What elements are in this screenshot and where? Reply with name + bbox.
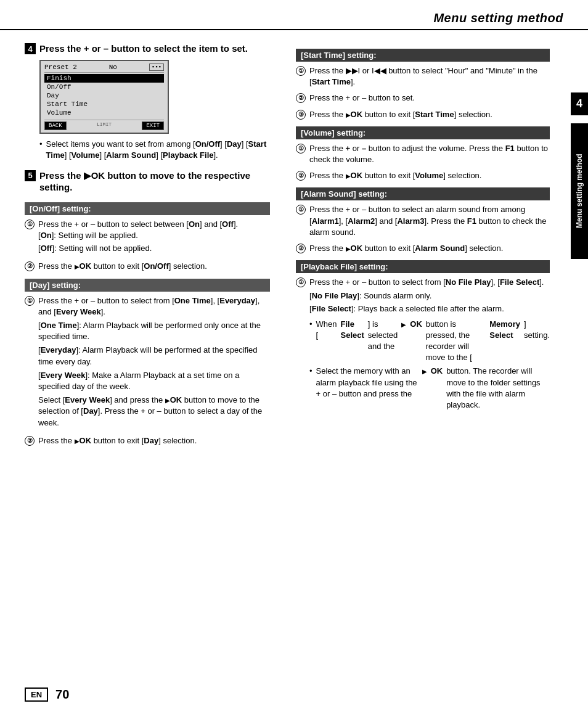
day-item-2-content: Press the OK button to exit [Day] select… (38, 435, 270, 446)
onoff-setting-header: [On/Off] setting: (25, 202, 270, 215)
onoff-item-1-text: Press the + or – button to select betwee… (38, 220, 238, 229)
alarm-sound-item-2-text: Press the OK button to exit [Alarm Sound… (309, 244, 503, 253)
screen-exit-btn: EXIT (142, 121, 164, 130)
starttime-setting-header: [Start Time] setting: (296, 49, 550, 62)
page-title: Menu setting method (0, 0, 588, 30)
screen-item-day: Day (44, 91, 164, 100)
screen-top: Preset 2 No ▪▪▪ (44, 64, 164, 73)
step-5-title: Press the ▶OK button to move to the resp… (39, 170, 270, 194)
volume-item-1-text: Press the + or – button to adjust the vo… (309, 144, 548, 164)
playback-file-select-text: [File Select]: Plays back a selected fil… (309, 303, 550, 314)
screen-preset: Preset 2 (44, 64, 77, 71)
step-4-bullet-1: Select items you want to set from among … (39, 139, 270, 161)
screen-indicator: No (109, 64, 117, 71)
volume-setting-header: [Volume] setting: (296, 126, 550, 139)
alarm-sound-circle-1: ① (296, 205, 306, 215)
onoff-setting-block: [On/Off] setting: ① Press the + or – but… (25, 202, 270, 273)
step-4-title: Press the + or – button to select the it… (39, 43, 248, 55)
screen-item-volume: Volume (44, 109, 164, 117)
starttime-item-1: ① Press the ▶▶I or I◀◀ button to select … (296, 65, 550, 88)
starttime-item-3: ③ Press the OK button to exit [Start Tim… (296, 109, 550, 120)
day-onetime-text: [One Time]: Alarm Playback will be perfo… (38, 320, 270, 342)
step-4-header: 4 Press the + or – button to select the … (25, 43, 270, 55)
step-4-bullet-text: Select items you want to set from among … (46, 139, 270, 161)
alarm-sound-setting-block: [Alarm Sound] setting: ① Press the + or … (296, 187, 550, 254)
playback-no-file-text: [No File Play]: Sounds alarm only. (309, 290, 550, 302)
screen-battery: ▪▪▪ (149, 64, 164, 71)
starttime-item-1-content: Press the ▶▶I or I◀◀ button to select "H… (309, 65, 550, 88)
day-everyweek-text: [Every Week]: Make a Alarm Playback at a… (38, 370, 270, 392)
alarm-sound-circle-2: ② (296, 244, 306, 253)
playback-file-circle-1: ① (296, 277, 306, 287)
language-badge: EN (25, 687, 48, 702)
starttime-item-2-text: Press the + or – button to set. (309, 93, 415, 102)
starttime-item-3-text: Press the OK button to exit [Start Time]… (309, 110, 492, 119)
step-5-header: 5 Press the ▶OK button to move to the re… (25, 170, 270, 194)
page-footer: EN 70 (0, 687, 588, 702)
day-item-2-text: Press the OK button to exit [Day] select… (38, 436, 197, 445)
starttime-item-2-content: Press the + or – button to set. (309, 92, 550, 104)
day-circle-1: ① (25, 296, 35, 306)
onoff-item-1-content: Press the + or – button to select betwee… (38, 219, 270, 256)
volume-item-2-content: Press the OK button to exit [Volume] sel… (309, 170, 550, 181)
playback-file-setting-header: [Playback File] setting: (296, 260, 550, 273)
playback-file-item-1-text: Press the + or – button to select from [… (309, 277, 544, 287)
starttime-item-2: ② Press the + or – button to set. (296, 92, 550, 104)
volume-item-1-content: Press the + or – button to adjust the vo… (309, 143, 550, 165)
onoff-item-2-text: Press the OK button to exit [On/Off] sel… (38, 261, 207, 271)
starttime-setting-block: [Start Time] setting: ① Press the ▶▶I or… (296, 49, 550, 120)
onoff-item-2: ② Press the OK button to exit [On/Off] s… (25, 261, 270, 272)
screen-item-finish: Finish (44, 74, 164, 83)
screen-item-onoff: On/Off (44, 83, 164, 91)
playback-bullet-2: Select the memory with an alarm playback… (309, 366, 550, 411)
day-item-1-text: Press the + or – button to select from [… (38, 296, 259, 316)
playback-file-setting-block: [Playback File] setting: ① Press the + o… (296, 260, 550, 413)
starttime-item-1-text: Press the ▶▶I or I◀◀ button to select "H… (309, 66, 537, 86)
day-item-2: ② Press the OK button to exit [Day] sele… (25, 435, 270, 446)
volume-item-2-text: Press the OK button to exit [Volume] sel… (309, 171, 481, 180)
starttime-circle-2: ② (296, 93, 306, 103)
volume-setting-block: [Volume] setting: ① Press the + or – but… (296, 126, 550, 182)
chapter-number: 4 (571, 92, 588, 115)
screen-bottom: BACK LIMIT EXIT (44, 120, 164, 130)
playback-file-item-1-content: Press the + or – button to select from [… (309, 277, 550, 413)
screen-back-btn: BACK (44, 121, 67, 130)
step-4-bullets: Select items you want to set from among … (39, 139, 270, 161)
playback-file-item-1: ① Press the + or – button to select from… (296, 277, 550, 413)
chapter-label: Menu setting method (571, 123, 588, 259)
day-everyweek-extra: Select [Every Week] and press the OK but… (38, 395, 270, 429)
onoff-off-text: [Off]: Setting will not be applied. (38, 243, 270, 254)
starttime-item-3-content: Press the OK button to exit [Start Time]… (309, 109, 550, 120)
day-item-1-content: Press the + or – button to select from [… (38, 295, 270, 430)
alarm-sound-setting-header: [Alarm Sound] setting: (296, 187, 550, 200)
day-item-1: ① Press the + or – button to select from… (25, 295, 270, 430)
onoff-item-1: ① Press the + or – button to select betw… (25, 219, 270, 256)
volume-item-2: ② Press the OK button to exit [Volume] s… (296, 170, 550, 181)
step-5-number: 5 (25, 170, 36, 181)
onoff-circle-2: ② (25, 261, 35, 271)
volume-circle-2: ② (296, 171, 306, 181)
playback-bullet-1: When [File Select] is selected and the O… (309, 319, 550, 364)
onoff-circle-1: ① (25, 220, 35, 229)
step-5-block: 5 Press the ▶OK button to move to the re… (25, 170, 270, 194)
page-number: 70 (55, 687, 69, 702)
step-4-number: 4 (25, 43, 36, 54)
day-everyday-text: [Everyday]: Alarm Playback will be perfo… (38, 345, 270, 367)
right-column: [Start Time] setting: ① Press the ▶▶I or… (288, 30, 567, 464)
device-screen: Preset 2 No ▪▪▪ Finish On/Off Day Start … (39, 60, 169, 134)
alarm-sound-item-1: ① Press the + or – button to select an a… (296, 204, 550, 238)
starttime-circle-1: ① (296, 66, 306, 76)
alarm-sound-item-2: ② Press the OK button to exit [Alarm Sou… (296, 243, 550, 254)
onoff-on-text: [On]: Setting will be applied. (38, 230, 270, 241)
screen-item-starttime: Start Time (44, 100, 164, 109)
step-4-block: 4 Press the + or – button to select the … (25, 43, 270, 161)
alarm-sound-item-2-content: Press the OK button to exit [Alarm Sound… (309, 243, 550, 254)
day-setting-header: [Day] setting: (25, 279, 270, 292)
left-column: 4 Press the + or – button to select the … (0, 30, 288, 464)
onoff-item-2-content: Press the OK button to exit [On/Off] sel… (38, 261, 270, 272)
alarm-sound-item-1-text: Press the + or – button to select an ala… (309, 205, 546, 236)
alarm-sound-item-1-content: Press the + or – button to select an ala… (309, 204, 550, 238)
day-setting-block: [Day] setting: ① Press the + or – button… (25, 279, 270, 446)
volume-item-1: ① Press the + or – button to adjust the … (296, 143, 550, 165)
starttime-circle-3: ③ (296, 110, 306, 120)
